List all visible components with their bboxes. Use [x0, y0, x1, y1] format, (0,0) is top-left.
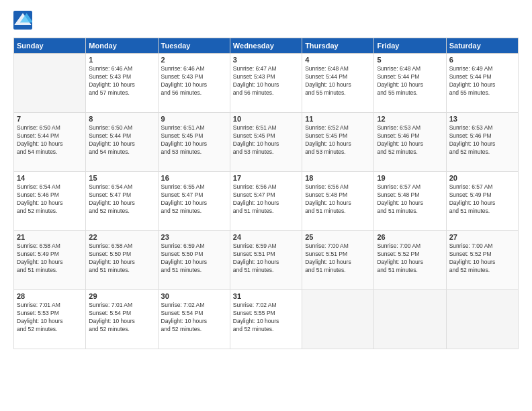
day-number: 22	[89, 233, 154, 241]
calendar-table: SundayMondayTuesdayWednesdayThursdayFrid…	[13, 38, 519, 349]
day-number: 1	[89, 56, 154, 64]
day-number: 9	[161, 115, 227, 123]
weekday-header-saturday: Saturday	[446, 38, 518, 54]
day-number: 12	[377, 115, 443, 123]
day-info: Sunrise: 6:58 AM Sunset: 5:49 PM Dayligh…	[17, 242, 83, 275]
calendar-cell: 24Sunrise: 6:59 AM Sunset: 5:51 PM Dayli…	[230, 231, 302, 290]
calendar-cell: 1Sunrise: 6:46 AM Sunset: 5:43 PM Daylig…	[86, 54, 158, 113]
day-info: Sunrise: 6:52 AM Sunset: 5:45 PM Dayligh…	[305, 124, 371, 156]
day-info: Sunrise: 7:02 AM Sunset: 5:55 PM Dayligh…	[233, 302, 299, 334]
calendar-cell: 17Sunrise: 6:56 AM Sunset: 5:47 PM Dayli…	[230, 172, 302, 231]
day-info: Sunrise: 6:57 AM Sunset: 5:49 PM Dayligh…	[449, 183, 515, 216]
calendar-cell: 25Sunrise: 7:00 AM Sunset: 5:51 PM Dayli…	[302, 231, 374, 290]
day-number: 18	[305, 174, 371, 182]
calendar-cell: 29Sunrise: 7:01 AM Sunset: 5:54 PM Dayli…	[86, 290, 158, 349]
logo	[13, 11, 35, 30]
calendar-cell	[302, 290, 374, 349]
weekday-header-friday: Friday	[374, 38, 446, 54]
calendar-cell	[446, 290, 518, 349]
day-number: 29	[89, 292, 154, 300]
day-info: Sunrise: 7:01 AM Sunset: 5:54 PM Dayligh…	[89, 302, 154, 334]
day-number: 28	[17, 292, 83, 300]
day-number: 6	[449, 56, 515, 64]
calendar-cell: 9Sunrise: 6:51 AM Sunset: 5:45 PM Daylig…	[158, 113, 230, 172]
calendar-cell: 27Sunrise: 7:00 AM Sunset: 5:52 PM Dayli…	[446, 231, 518, 290]
day-info: Sunrise: 6:53 AM Sunset: 5:46 PM Dayligh…	[449, 124, 515, 156]
calendar-cell: 8Sunrise: 6:50 AM Sunset: 5:44 PM Daylig…	[86, 113, 158, 172]
day-number: 5	[377, 56, 443, 64]
day-info: Sunrise: 6:59 AM Sunset: 5:51 PM Dayligh…	[233, 242, 299, 275]
weekday-header-wednesday: Wednesday	[230, 38, 302, 54]
day-number: 27	[449, 233, 515, 241]
day-number: 30	[161, 292, 227, 300]
weekday-header-thursday: Thursday	[302, 38, 374, 54]
day-info: Sunrise: 6:56 AM Sunset: 5:48 PM Dayligh…	[305, 183, 371, 216]
day-info: Sunrise: 6:48 AM Sunset: 5:44 PM Dayligh…	[377, 65, 443, 97]
calendar-cell: 3Sunrise: 6:47 AM Sunset: 5:43 PM Daylig…	[230, 54, 302, 113]
calendar-cell: 23Sunrise: 6:59 AM Sunset: 5:50 PM Dayli…	[158, 231, 230, 290]
calendar-cell: 4Sunrise: 6:48 AM Sunset: 5:44 PM Daylig…	[302, 54, 374, 113]
day-number: 8	[89, 115, 154, 123]
day-number: 14	[17, 174, 83, 182]
day-number: 17	[233, 174, 299, 182]
calendar-cell: 18Sunrise: 6:56 AM Sunset: 5:48 PM Dayli…	[302, 172, 374, 231]
calendar-week-5: 28Sunrise: 7:01 AM Sunset: 5:53 PM Dayli…	[14, 290, 519, 349]
calendar-cell: 5Sunrise: 6:48 AM Sunset: 5:44 PM Daylig…	[374, 54, 446, 113]
calendar-cell: 19Sunrise: 6:57 AM Sunset: 5:48 PM Dayli…	[374, 172, 446, 231]
day-info: Sunrise: 6:47 AM Sunset: 5:43 PM Dayligh…	[233, 65, 299, 97]
calendar-cell	[14, 54, 86, 113]
calendar-cell: 13Sunrise: 6:53 AM Sunset: 5:46 PM Dayli…	[446, 113, 518, 172]
day-info: Sunrise: 7:00 AM Sunset: 5:51 PM Dayligh…	[305, 242, 371, 275]
day-info: Sunrise: 6:46 AM Sunset: 5:43 PM Dayligh…	[161, 65, 227, 97]
day-info: Sunrise: 6:55 AM Sunset: 5:47 PM Dayligh…	[161, 183, 227, 216]
day-info: Sunrise: 7:02 AM Sunset: 5:54 PM Dayligh…	[161, 302, 227, 334]
calendar-cell: 6Sunrise: 6:49 AM Sunset: 5:44 PM Daylig…	[446, 54, 518, 113]
calendar-week-3: 14Sunrise: 6:54 AM Sunset: 5:46 PM Dayli…	[14, 172, 519, 231]
calendar-cell: 16Sunrise: 6:55 AM Sunset: 5:47 PM Dayli…	[158, 172, 230, 231]
calendar-cell: 22Sunrise: 6:58 AM Sunset: 5:50 PM Dayli…	[86, 231, 158, 290]
day-info: Sunrise: 6:49 AM Sunset: 5:44 PM Dayligh…	[449, 65, 515, 97]
day-number: 7	[17, 115, 83, 123]
day-info: Sunrise: 6:50 AM Sunset: 5:44 PM Dayligh…	[17, 124, 83, 156]
day-info: Sunrise: 6:54 AM Sunset: 5:47 PM Dayligh…	[89, 183, 154, 216]
calendar-cell: 10Sunrise: 6:51 AM Sunset: 5:45 PM Dayli…	[230, 113, 302, 172]
day-info: Sunrise: 6:53 AM Sunset: 5:46 PM Dayligh…	[377, 124, 443, 156]
day-number: 15	[89, 174, 154, 182]
day-info: Sunrise: 6:59 AM Sunset: 5:50 PM Dayligh…	[161, 242, 227, 275]
calendar-cell: 26Sunrise: 7:00 AM Sunset: 5:52 PM Dayli…	[374, 231, 446, 290]
day-info: Sunrise: 6:48 AM Sunset: 5:44 PM Dayligh…	[305, 65, 371, 97]
day-number: 2	[161, 56, 227, 64]
calendar-cell: 14Sunrise: 6:54 AM Sunset: 5:46 PM Dayli…	[14, 172, 86, 231]
day-number: 26	[377, 233, 443, 241]
calendar-cell: 7Sunrise: 6:50 AM Sunset: 5:44 PM Daylig…	[14, 113, 86, 172]
day-number: 24	[233, 233, 299, 241]
day-info: Sunrise: 6:58 AM Sunset: 5:50 PM Dayligh…	[89, 242, 154, 275]
day-number: 11	[305, 115, 371, 123]
calendar-week-2: 7Sunrise: 6:50 AM Sunset: 5:44 PM Daylig…	[14, 113, 519, 172]
weekday-header-sunday: Sunday	[14, 38, 86, 54]
calendar-cell: 20Sunrise: 6:57 AM Sunset: 5:49 PM Dayli…	[446, 172, 518, 231]
calendar-cell: 30Sunrise: 7:02 AM Sunset: 5:54 PM Dayli…	[158, 290, 230, 349]
calendar-cell: 21Sunrise: 6:58 AM Sunset: 5:49 PM Dayli…	[14, 231, 86, 290]
day-info: Sunrise: 6:56 AM Sunset: 5:47 PM Dayligh…	[233, 183, 299, 216]
day-number: 31	[233, 292, 299, 300]
calendar-cell	[374, 290, 446, 349]
day-number: 21	[17, 233, 83, 241]
day-number: 13	[449, 115, 515, 123]
calendar-cell: 12Sunrise: 6:53 AM Sunset: 5:46 PM Dayli…	[374, 113, 446, 172]
weekday-header-row: SundayMondayTuesdayWednesdayThursdayFrid…	[14, 38, 519, 54]
day-info: Sunrise: 6:57 AM Sunset: 5:48 PM Dayligh…	[377, 183, 443, 216]
day-info: Sunrise: 7:00 AM Sunset: 5:52 PM Dayligh…	[377, 242, 443, 275]
calendar-header	[13, 11, 519, 30]
day-number: 10	[233, 115, 299, 123]
calendar-week-1: 1Sunrise: 6:46 AM Sunset: 5:43 PM Daylig…	[14, 54, 519, 113]
calendar-cell: 31Sunrise: 7:02 AM Sunset: 5:55 PM Dayli…	[230, 290, 302, 349]
logo-icon	[13, 11, 32, 30]
calendar-week-4: 21Sunrise: 6:58 AM Sunset: 5:49 PM Dayli…	[14, 231, 519, 290]
calendar-cell: 2Sunrise: 6:46 AM Sunset: 5:43 PM Daylig…	[158, 54, 230, 113]
day-info: Sunrise: 7:01 AM Sunset: 5:53 PM Dayligh…	[17, 302, 83, 334]
calendar-container: SundayMondayTuesdayWednesdayThursdayFrid…	[0, 0, 532, 411]
day-number: 3	[233, 56, 299, 64]
day-number: 23	[161, 233, 227, 241]
day-number: 20	[449, 174, 515, 182]
